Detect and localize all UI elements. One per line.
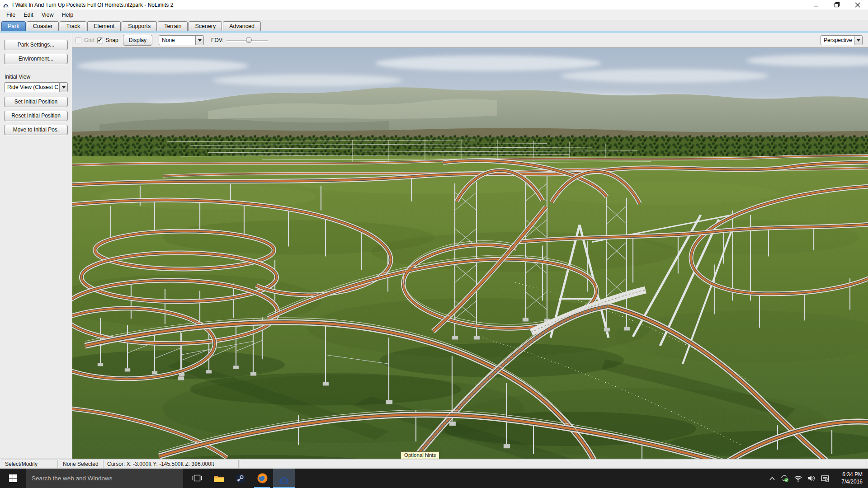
nolimits-taskbar-button[interactable] [273, 469, 295, 488]
status-selection: None Selected [59, 460, 102, 468]
menu-edit[interactable]: Edit [19, 10, 38, 19]
fov-slider[interactable] [226, 37, 268, 44]
reset-initial-position-button[interactable]: Reset Initial Position [4, 111, 68, 121]
park-sidebar: Park Settings... Environment... Initial … [0, 33, 72, 459]
minimize-button[interactable] [806, 0, 826, 9]
nolimits-icon [278, 473, 290, 484]
snap-checkbox[interactable] [97, 38, 103, 43]
tab-coaster[interactable]: Coaster [27, 21, 59, 31]
tab-scenery[interactable]: Scenery [189, 21, 222, 31]
status-spacer [240, 460, 867, 468]
volume-icon[interactable] [807, 475, 816, 482]
system-tray: 6:34 PM 7/4/2016 [769, 469, 868, 488]
chevron-down-icon [59, 83, 67, 92]
grid-label: Grid [84, 37, 94, 43]
park-settings-button[interactable]: Park Settings... [4, 40, 68, 50]
menu-file[interactable]: File [2, 10, 19, 19]
initial-view-label: Initial View [5, 74, 30, 80]
fov-label: FOV: [211, 37, 224, 43]
firefox-button[interactable] [251, 469, 273, 488]
viewport-3d-scene [72, 48, 868, 459]
grid-checkbox[interactable] [75, 38, 81, 43]
menubar: File Edit View Help [0, 9, 868, 20]
status-cursor-coordinates: Cursor: X: -3.000ft Y: -145.500ft Z: 396… [103, 460, 239, 468]
treeline [72, 135, 868, 158]
display-button[interactable]: Display [123, 35, 152, 46]
menu-help[interactable]: Help [58, 10, 78, 19]
hidden-icons-chevron-icon[interactable] [769, 476, 775, 481]
action-center-icon[interactable] [821, 475, 830, 482]
initial-view-dropdown[interactable]: Ride View (Closest C [4, 82, 68, 92]
display-mode-value: None [159, 36, 195, 45]
windows-taskbar: 6:34 PM 7/4/2016 [0, 469, 868, 488]
firefox-icon [257, 473, 268, 484]
menu-view[interactable]: View [38, 10, 58, 19]
taskbar-clock[interactable]: 6:34 PM 7/4/2016 [835, 471, 863, 485]
tab-supports[interactable]: Supports [122, 21, 157, 31]
task-view-button[interactable] [186, 469, 208, 488]
optional-hints-tooltip: Optional hints [401, 451, 439, 459]
environment-button[interactable]: Environment... [4, 54, 68, 64]
display-mode-dropdown[interactable]: None [159, 35, 204, 45]
close-button[interactable] [847, 0, 868, 9]
viewport-3d[interactable]: Optional hints [72, 47, 868, 459]
projection-dropdown[interactable]: Perspective [821, 35, 863, 45]
fov-slider-thumb[interactable] [246, 37, 252, 43]
file-explorer-button[interactable] [208, 469, 230, 488]
task-view-icon [192, 474, 202, 482]
titlebar: I Walk In And Turn Up Pockets Full Of Ho… [0, 0, 868, 9]
chevron-down-icon [854, 36, 862, 45]
app-icon [3, 2, 9, 8]
taskbar-search [26, 469, 183, 488]
snap-label: Snap [106, 37, 118, 43]
search-input[interactable] [26, 475, 183, 482]
clock-time: 6:34 PM [835, 471, 863, 479]
file-explorer-icon [213, 474, 224, 483]
steam-button[interactable] [230, 469, 251, 488]
tab-park[interactable]: Park [1, 21, 26, 31]
chevron-down-icon [195, 36, 203, 45]
projection-value: Perspective [821, 36, 854, 45]
clock-date: 7/4/2016 [835, 479, 863, 486]
set-initial-position-button[interactable]: Set Initial Position [4, 97, 68, 107]
tab-track[interactable]: Track [60, 21, 86, 31]
window-title: I Walk In And Turn Up Pockets Full Of Ho… [12, 2, 173, 8]
status-mode: Select/Modify [1, 460, 58, 468]
initial-view-value: Ride View (Closest C [5, 83, 59, 92]
mode-tabbar: Park Coaster Track Element Supports Terr… [0, 20, 868, 31]
steam-sync-icon[interactable] [780, 474, 789, 483]
tab-advanced[interactable]: Advanced [223, 21, 261, 31]
move-to-initial-pos-button[interactable]: Move to Initial Pos. [4, 125, 68, 135]
tab-terrain[interactable]: Terrain [158, 21, 188, 31]
start-button[interactable] [0, 469, 26, 488]
statusbar: Select/Modify None Selected Cursor: X: -… [0, 459, 868, 469]
steam-icon [235, 473, 246, 484]
restore-button[interactable] [826, 0, 847, 9]
wifi-icon[interactable] [794, 475, 802, 482]
nolimits-editor-window: I Walk In And Turn Up Pockets Full Of Ho… [0, 0, 868, 488]
view-toolbar: Grid Snap Display None FOV: Perspective [72, 33, 868, 47]
windows-logo-icon [9, 474, 17, 482]
tab-element[interactable]: Element [87, 21, 121, 31]
